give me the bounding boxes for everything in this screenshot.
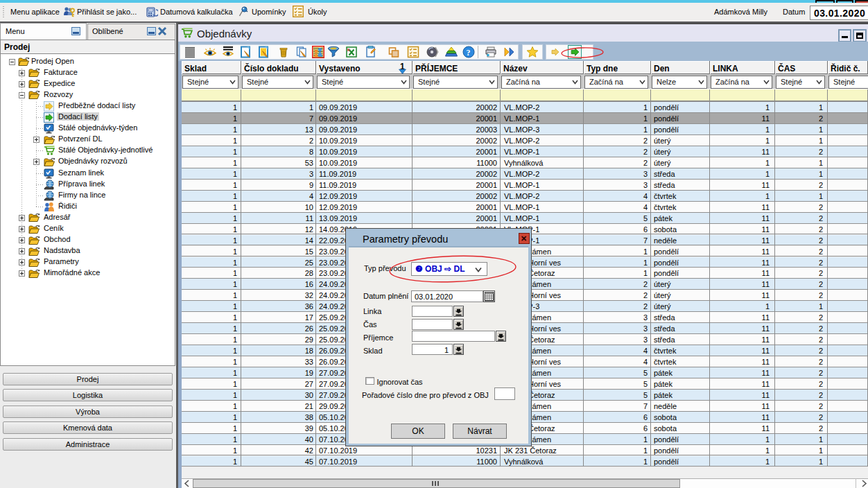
svg-text:x: x (347, 47, 350, 52)
svg-text:?: ? (467, 48, 471, 58)
